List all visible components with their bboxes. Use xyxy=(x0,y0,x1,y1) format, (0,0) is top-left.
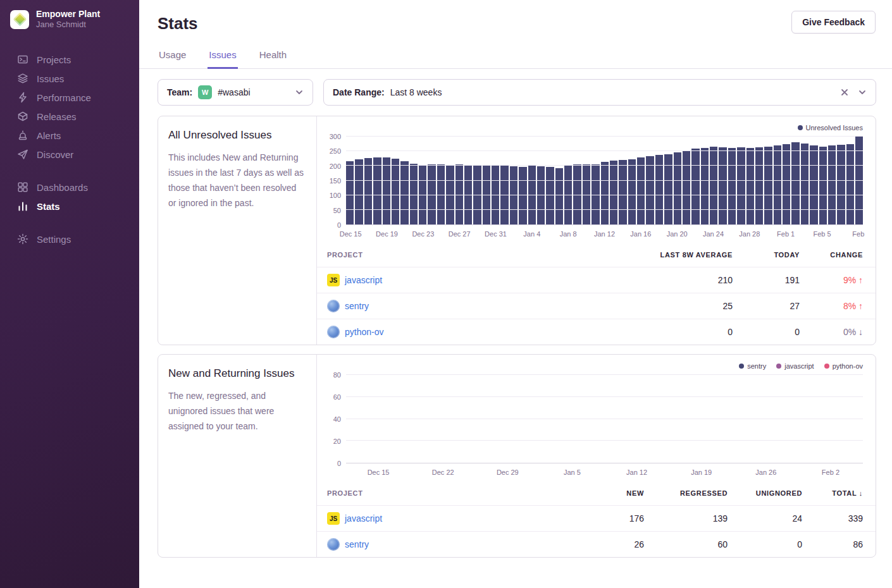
stats-icon xyxy=(17,200,28,212)
change-value: 8% ↑ xyxy=(800,301,863,311)
project-link[interactable]: javascript xyxy=(345,275,382,285)
performance-icon xyxy=(17,92,28,103)
total-value: 86 xyxy=(802,539,863,549)
today-value: 191 xyxy=(733,275,800,285)
project-link[interactable]: sentry xyxy=(345,539,369,549)
sidebar-item-stats[interactable]: Stats xyxy=(0,197,139,216)
sidebar-item-discover[interactable]: Discover xyxy=(0,145,139,164)
table-row: JS javascript 176 139 24 339 xyxy=(317,505,876,531)
change-value: 9% ↑ xyxy=(800,275,863,285)
legend-item[interactable]: python-ov xyxy=(824,362,863,370)
regressed-value: 139 xyxy=(644,513,728,524)
col-header-project[interactable]: PROJECT xyxy=(327,489,574,497)
avg-value: 25 xyxy=(625,301,733,311)
sidebar-item-label: Performance xyxy=(37,92,91,103)
table-row: JS javascript 210 191 9% ↑ xyxy=(317,267,876,293)
legend-dot xyxy=(776,364,781,369)
main-content: Stats Give Feedback Usage Issues Health … xyxy=(139,0,892,588)
alerts-icon xyxy=(17,130,28,141)
team-select[interactable]: Team: W #wasabi xyxy=(158,79,313,106)
generic-platform-icon xyxy=(327,326,340,338)
plot-area xyxy=(346,137,863,225)
legend-item[interactable]: sentry xyxy=(739,362,766,370)
new-returning-chart: sentry javascript python-ov 020406080 xyxy=(317,355,876,481)
team-avatar: W xyxy=(198,85,212,99)
date-range-select[interactable]: Date Range: Last 8 weeks xyxy=(323,79,876,106)
legend-item[interactable]: Unresolved Issues xyxy=(798,124,864,132)
legend-label: sentry xyxy=(747,362,766,370)
new-returning-card-info: New and Returning Issues The new, regres… xyxy=(158,355,317,557)
x-axis: Dec 15Dec 19Dec 23Dec 27Dec 31Jan 4Jan 8… xyxy=(346,225,863,240)
javascript-platform-icon: JS xyxy=(327,512,340,525)
chart-legend: sentry javascript python-ov xyxy=(325,362,863,370)
clear-icon[interactable] xyxy=(840,88,849,97)
new-returning-table: PROJECT NEW REGRESSED UNIGNORED TOTAL ↓ … xyxy=(317,481,876,557)
date-range-label: Date Range: xyxy=(333,87,385,97)
chart-legend: Unresolved Issues xyxy=(325,124,863,132)
col-header-today[interactable]: TODAY xyxy=(733,251,800,259)
total-value: 339 xyxy=(802,513,863,524)
chevron-down-icon xyxy=(295,88,304,97)
table-header-row: PROJECT LAST 8W AVERAGE TODAY CHANGE xyxy=(317,243,876,267)
org-switcher[interactable]: Empower Plant Jane Schmidt xyxy=(0,0,139,36)
avg-value: 210 xyxy=(625,275,733,285)
card-title: New and Returning Issues xyxy=(168,367,306,380)
legend-dot xyxy=(824,364,829,369)
content: Team: W #wasabi Date Range: Last 8 weeks… xyxy=(139,69,892,588)
table-header-row: PROJECT NEW REGRESSED UNIGNORED TOTAL ↓ xyxy=(317,481,876,505)
tab-health[interactable]: Health xyxy=(258,44,288,69)
discover-icon xyxy=(17,149,28,160)
table-row: sentry 26 60 0 86 xyxy=(317,531,876,557)
generic-platform-icon xyxy=(327,538,340,551)
new-value: 176 xyxy=(574,513,644,524)
col-header-unignored[interactable]: UNIGNORED xyxy=(728,489,802,497)
unresolved-issues-card: All Unresolved Issues This includes New … xyxy=(158,116,876,345)
project-link[interactable]: sentry xyxy=(345,301,369,311)
give-feedback-button[interactable]: Give Feedback xyxy=(791,11,876,34)
today-value: 27 xyxy=(733,301,800,311)
new-value: 26 xyxy=(574,539,644,549)
sidebar-item-alerts[interactable]: Alerts xyxy=(0,126,139,145)
sidebar-item-releases[interactable]: Releases xyxy=(0,107,139,126)
sidebar-item-label: Settings xyxy=(37,234,71,245)
sidebar-item-settings[interactable]: Settings xyxy=(0,230,139,248)
sidebar-item-label: Discover xyxy=(37,149,73,160)
legend-dot xyxy=(798,125,803,130)
plot-area xyxy=(346,375,863,463)
tab-usage[interactable]: Usage xyxy=(158,44,187,69)
tab-issues[interactable]: Issues xyxy=(208,44,237,69)
col-header-average[interactable]: LAST 8W AVERAGE xyxy=(625,251,733,259)
col-header-change[interactable]: CHANGE xyxy=(800,251,863,259)
col-header-regressed[interactable]: REGRESSED xyxy=(644,489,728,497)
avg-value: 0 xyxy=(625,327,733,337)
settings-icon xyxy=(17,233,28,245)
legend-label: javascript xyxy=(784,362,814,370)
filter-row: Team: W #wasabi Date Range: Last 8 weeks xyxy=(158,79,876,106)
date-range-value: Last 8 weeks xyxy=(390,87,442,97)
trend-down-icon: ↓ xyxy=(858,327,863,337)
chevron-down-icon xyxy=(858,88,867,97)
sidebar-item-dashboards[interactable]: Dashboards xyxy=(0,178,139,197)
sidebar-item-issues[interactable]: Issues xyxy=(0,69,139,88)
page-title: Stats xyxy=(158,14,876,34)
project-link[interactable]: python-ov xyxy=(345,327,383,337)
sidebar-item-performance[interactable]: Performance xyxy=(0,88,139,107)
sidebar-item-label: Dashboards xyxy=(37,182,88,193)
col-header-total[interactable]: TOTAL ↓ xyxy=(802,489,863,497)
sidebar-item-label: Stats xyxy=(37,201,60,212)
team-label: Team: xyxy=(167,87,192,97)
project-link[interactable]: javascript xyxy=(345,513,382,524)
col-header-new[interactable]: NEW xyxy=(574,489,644,497)
unresolved-table: PROJECT LAST 8W AVERAGE TODAY CHANGE JS … xyxy=(317,243,876,345)
legend-item[interactable]: javascript xyxy=(776,362,814,370)
generic-platform-icon xyxy=(327,300,340,312)
page-header: Stats Give Feedback Usage Issues Health xyxy=(139,0,892,69)
sidebar-item-projects[interactable]: Projects xyxy=(0,50,139,69)
regressed-value: 60 xyxy=(644,539,728,549)
org-user: Jane Schmidt xyxy=(36,20,100,30)
col-header-project[interactable]: PROJECT xyxy=(327,251,625,259)
card-description: This includes New and Returning issues i… xyxy=(168,150,306,211)
issues-icon xyxy=(17,73,28,84)
legend-label: python-ov xyxy=(833,362,863,370)
stats-tabs: Usage Issues Health xyxy=(139,44,892,69)
